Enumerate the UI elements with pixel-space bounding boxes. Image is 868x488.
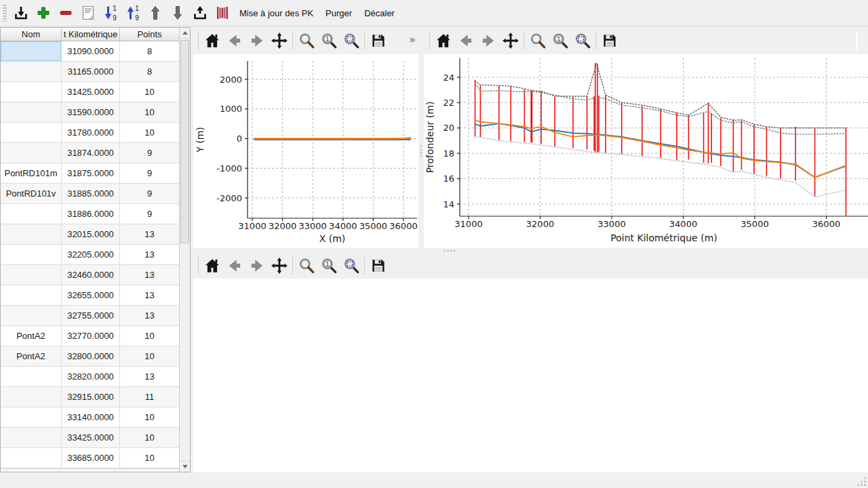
table-row[interactable]: 32205.000013: [1, 245, 190, 265]
toolbar-drag-handle[interactable]: [3, 4, 7, 22]
table-row[interactable]: 31090.00008: [1, 41, 190, 62]
cell-pk[interactable]: 32205.0000: [62, 245, 120, 265]
cell-nom[interactable]: [1, 224, 62, 245]
cell-points[interactable]: 10: [120, 407, 180, 428]
sort-ascending-button[interactable]: 19: [123, 3, 143, 23]
zoom-button[interactable]: [296, 30, 317, 51]
zoom-region-button[interactable]: [572, 30, 593, 51]
remove-section-button[interactable]: [56, 3, 76, 23]
update-pk-button[interactable]: Mise à jour des PK: [233, 3, 319, 24]
pan-button[interactable]: [269, 256, 290, 276]
add-section-button[interactable]: [33, 3, 54, 23]
cell-nom[interactable]: [1, 367, 62, 387]
cell-points[interactable]: 10: [120, 82, 180, 102]
table-row[interactable]: 31425.000010: [1, 82, 190, 102]
table-row[interactable]: PontA232770.000010: [1, 326, 190, 346]
cell-pk[interactable]: 31590.0000: [62, 102, 120, 123]
pan-button[interactable]: [500, 30, 521, 51]
cell-pk[interactable]: 32800.0000: [62, 346, 120, 367]
zoom-region-button[interactable]: [341, 30, 361, 51]
export-sections-button[interactable]: [190, 3, 210, 23]
table-row[interactable]: 32820.000013: [1, 367, 190, 387]
home-button[interactable]: [202, 30, 222, 51]
sort-descending-button[interactable]: 19: [100, 3, 121, 23]
table-row[interactable]: 32755.000013: [1, 306, 190, 326]
plots-horizontal-splitter[interactable]: [193, 248, 868, 253]
zoom-button[interactable]: [296, 256, 317, 276]
scrollbar-down-button[interactable]: [180, 461, 190, 472]
import-sections-button[interactable]: [11, 3, 31, 23]
cell-points[interactable]: 13: [120, 245, 180, 265]
cell-pk[interactable]: 31886.0000: [62, 204, 120, 224]
table-row[interactable]: 33425.000010: [1, 428, 190, 448]
toolbar-overflow-indicator[interactable]: »: [410, 33, 414, 45]
table-row[interactable]: 31590.000010: [1, 102, 190, 123]
table-vertical-scrollbar[interactable]: [179, 28, 190, 472]
cell-pk[interactable]: 32770.0000: [62, 326, 120, 346]
cell-nom[interactable]: [1, 387, 62, 407]
back-button[interactable]: [224, 30, 245, 51]
cell-points[interactable]: 10: [120, 448, 180, 468]
profile-plot-canvas[interactable]: 3100032000330003400035000360001416182022…: [424, 54, 868, 248]
xy-plot-canvas[interactable]: 310003200033000340003500036000-2000-1000…: [193, 54, 418, 248]
cell-nom[interactable]: [1, 245, 62, 265]
cell-pk[interactable]: 31780.0000: [62, 123, 120, 143]
table-row[interactable]: 31886.00009: [1, 204, 190, 224]
plots-vertical-splitter[interactable]: [418, 54, 424, 248]
save-button[interactable]: [368, 256, 389, 276]
cell-points[interactable]: 8: [120, 41, 180, 62]
cell-nom[interactable]: [1, 143, 62, 163]
pan-button[interactable]: [269, 30, 290, 51]
cell-points[interactable]: 8: [120, 62, 180, 82]
column-header-nom[interactable]: Nom: [1, 28, 62, 41]
cell-nom[interactable]: [1, 428, 62, 448]
table-row[interactable]: 32915.000011: [1, 387, 190, 407]
cell-nom[interactable]: [1, 204, 62, 224]
cell-nom[interactable]: [1, 448, 62, 468]
cell-nom[interactable]: [1, 41, 62, 62]
cell-points[interactable]: 13: [120, 265, 180, 285]
table-row[interactable]: 32460.000013: [1, 265, 190, 285]
cell-pk[interactable]: 32915.0000: [62, 387, 120, 407]
cell-points[interactable]: 10: [120, 102, 180, 123]
cell-pk[interactable]: 32655.0000: [62, 285, 120, 306]
cell-points[interactable]: 13: [120, 285, 180, 306]
cell-pk[interactable]: 32015.0000: [62, 224, 120, 245]
cell-nom[interactable]: [1, 82, 62, 102]
table-row[interactable]: 33140.000010: [1, 407, 190, 428]
cell-nom[interactable]: PontRD101v: [1, 184, 62, 204]
forward-button[interactable]: [247, 30, 267, 51]
zoom-one-button[interactable]: 1: [319, 256, 339, 276]
cell-points[interactable]: 9: [120, 184, 180, 204]
table-row[interactable]: 31165.00008: [1, 62, 190, 82]
cell-points[interactable]: 10: [120, 346, 180, 367]
cell-nom[interactable]: [1, 306, 62, 326]
cell-pk[interactable]: 32755.0000: [62, 306, 120, 326]
column-header-point-kilometrique[interactable]: t Kilométrique: [62, 28, 120, 41]
zoom-button[interactable]: [528, 30, 548, 51]
back-button[interactable]: [224, 256, 245, 276]
cell-points[interactable]: 13: [120, 367, 180, 387]
forward-button[interactable]: [247, 256, 267, 276]
sections-view-button[interactable]: [212, 3, 233, 23]
cell-nom[interactable]: [1, 285, 62, 306]
table-row[interactable]: 33685.000010: [1, 448, 190, 468]
cell-pk[interactable]: 31885.0000: [62, 184, 120, 204]
cell-nom[interactable]: [1, 102, 62, 123]
move-up-button[interactable]: [145, 3, 165, 23]
table-row[interactable]: 32015.000013: [1, 224, 190, 245]
empty-plot-canvas[interactable]: [193, 279, 868, 472]
cell-points[interactable]: 13: [120, 224, 180, 245]
edit-notes-button[interactable]: [78, 3, 98, 23]
cell-pk[interactable]: 33425.0000: [62, 428, 120, 448]
cell-points[interactable]: 9: [120, 204, 180, 224]
cell-nom[interactable]: PontRD101m: [1, 163, 62, 184]
cell-pk[interactable]: 32460.0000: [62, 265, 120, 285]
table-row[interactable]: 32655.000013: [1, 285, 190, 306]
cell-pk[interactable]: 31874.0000: [62, 143, 120, 163]
home-button[interactable]: [202, 256, 222, 276]
move-down-button[interactable]: [167, 3, 188, 23]
cell-points[interactable]: 13: [120, 306, 180, 326]
table-row[interactable]: 31874.00009: [1, 143, 190, 163]
cell-nom[interactable]: [1, 123, 62, 143]
